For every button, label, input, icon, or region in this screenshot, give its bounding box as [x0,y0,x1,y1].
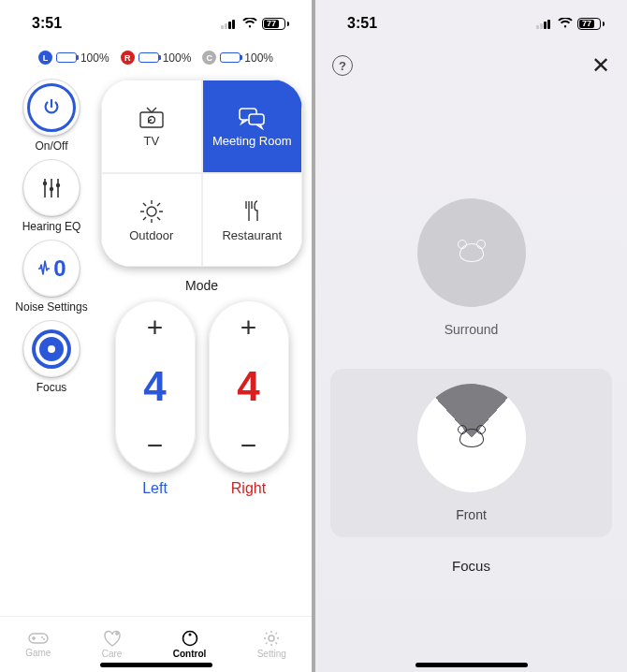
sun-icon [139,198,165,225]
svg-point-23 [188,634,191,636]
surround-label: Surround [445,322,499,337]
svg-line-16 [157,217,160,220]
svg-line-18 [157,203,160,206]
status-bar: 3:51 77 [315,0,627,47]
help-button[interactable]: ? [332,55,353,76]
mode-label: Mode [101,274,302,293]
focus-label: Focus [36,381,67,394]
focus-sheet-screen: 3:51 77 ? ✕ Surround Front Focus [315,0,627,672]
surround-icon [417,198,526,307]
device-battery-row: L 100% R 100% C 100% [0,47,312,74]
device-left-battery: L 100% [38,51,109,65]
battery-icon: 77 [262,18,289,30]
status-indicators: 77 [536,18,605,30]
left-volume-down[interactable]: − [147,431,164,460]
left-volume-label: Left [142,480,168,497]
mode-meeting-room[interactable]: Meeting Room [202,80,303,173]
left-volume-up[interactable]: + [147,314,164,342]
chat-icon [237,106,267,130]
case-badge-icon: C [202,51,216,65]
svg-point-21 [43,638,45,640]
tv-icon [138,106,166,130]
cellular-icon [221,18,238,29]
mode-outdoor[interactable]: Outdoor [101,173,202,267]
mode-tv[interactable]: TV [101,80,202,173]
status-bar: 3:51 77 [0,0,312,47]
tab-game[interactable]: Game [25,631,51,658]
right-volume-control: + 4 − [209,300,289,473]
battery-icon: 77 [577,18,605,30]
svg-point-20 [41,636,43,638]
control-screen: 3:51 77 L 100% R 100% C 100% [0,0,312,672]
eq-icon [37,174,66,202]
power-button[interactable] [23,80,80,136]
cellular-icon [536,18,553,29]
gamepad-icon [28,631,49,646]
noise-label: Noise Settings [15,300,87,314]
svg-point-3 [43,182,47,185]
pulse-icon [36,259,51,278]
focus-icon [36,333,67,365]
right-volume-down[interactable]: − [241,431,257,460]
svg-point-5 [56,183,60,187]
focus-sheet-title: Focus [452,558,490,574]
cutlery-icon [241,198,263,225]
focus-option-front[interactable]: Front [330,369,612,537]
svg-rect-9 [249,114,264,124]
svg-line-17 [143,217,146,220]
mode-selector: TV Meeting Room Outdoor Restaurant [101,80,302,267]
tab-care[interactable]: Care [102,630,123,659]
front-label: Front [456,507,487,522]
device-case-battery: C 100% [202,51,273,65]
left-badge-icon: L [38,51,52,65]
right-volume-label: Right [231,480,266,497]
svg-point-24 [269,635,274,641]
close-button[interactable]: ✕ [591,52,610,79]
battery-bar-icon [139,52,159,63]
noise-settings-button[interactable]: 0 [23,241,80,297]
device-right-battery: R 100% [121,51,192,65]
right-badge-icon: R [121,51,135,65]
wifi-icon [558,18,573,29]
right-volume-up[interactable]: + [241,314,257,342]
mode-restaurant[interactable]: Restaurant [202,173,303,267]
left-volume-value: 4 [143,363,166,410]
right-volume-value: 4 [237,363,259,410]
focus-button[interactable] [23,321,80,377]
eq-label: Hearing EQ [22,220,81,233]
hearing-eq-button[interactable] [23,160,80,216]
tab-setting[interactable]: Setting [257,630,286,659]
status-time: 3:51 [32,15,62,32]
status-indicators: 77 [221,18,289,30]
focus-option-surround[interactable]: Surround [330,183,612,352]
left-volume-control: + 4 − [115,300,196,473]
svg-point-4 [50,187,53,191]
power-icon [41,97,62,118]
wifi-icon [242,18,257,29]
heart-plus-icon [103,630,122,647]
power-label: On/Off [35,139,67,153]
front-icon [417,384,526,492]
battery-bar-icon [56,52,77,63]
svg-point-10 [147,207,156,216]
dial-icon [182,630,198,647]
status-time: 3:51 [347,15,377,32]
home-indicator[interactable] [416,663,528,667]
noise-value: 0 [53,256,66,282]
tab-control[interactable]: Control [173,630,207,659]
gear-icon [263,630,280,647]
battery-bar-icon [220,52,241,63]
svg-line-15 [143,203,146,206]
home-indicator[interactable] [100,663,212,667]
